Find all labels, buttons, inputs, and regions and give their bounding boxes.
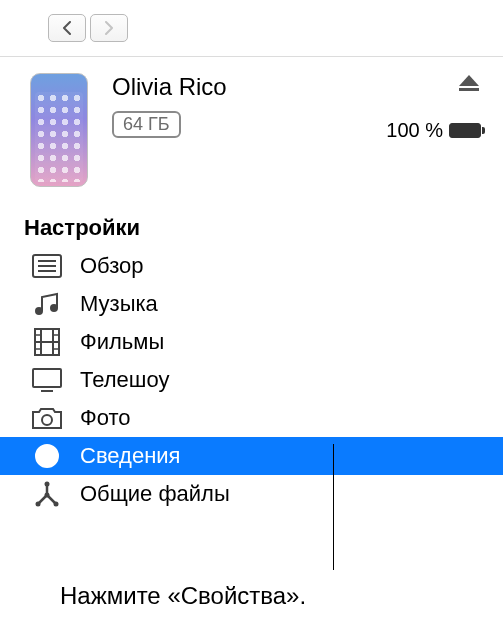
sidebar-item-label: Фото [80,405,131,431]
sidebar-item-music[interactable]: Музыка [0,285,503,323]
info-icon [30,442,64,470]
svg-point-17 [42,415,52,425]
sidebar-item-photos[interactable]: Фото [0,399,503,437]
sidebar-item-label: Фильмы [80,329,164,355]
callout-text: Нажмите «Свойства». [60,582,306,610]
list-icon [30,252,64,280]
device-name: Olivia Rico [112,73,386,101]
tv-icon [30,366,64,394]
sidebar-item-overview[interactable]: Обзор [0,247,503,285]
device-thumbnail [30,73,88,187]
sidebar-item-filesharing[interactable]: Общие файлы [0,475,503,513]
sidebar-item-movies[interactable]: Фильмы [0,323,503,361]
sidebar-item-label: Телешоу [80,367,169,393]
apps-icon [30,480,64,508]
eject-button[interactable] [457,73,481,97]
battery-status: 100 % [386,119,481,142]
svg-point-5 [35,307,43,315]
svg-point-22 [36,502,41,507]
sidebar-item-label: Общие файлы [80,481,230,507]
music-icon [30,290,64,318]
svg-point-19 [45,449,48,452]
sidebar-item-label: Обзор [80,253,144,279]
film-icon [30,328,64,356]
svg-rect-0 [459,88,479,91]
sidebar-item-info[interactable]: Сведения [0,437,503,475]
device-info: Olivia Rico 64 ГБ [88,73,386,138]
settings-sidebar: Обзор Музыка Фильмы Телешоу Фото Сведени… [0,247,503,513]
device-header: Olivia Rico 64 ГБ 100 % [0,57,503,195]
sidebar-item-tvshows[interactable]: Телешоу [0,361,503,399]
camera-icon [30,404,64,432]
svg-rect-15 [33,369,61,387]
battery-percent: 100 % [386,119,443,142]
sidebar-item-label: Музыка [80,291,158,317]
battery-icon [449,123,481,138]
settings-heading: Настройки [0,195,503,247]
svg-point-23 [54,502,59,507]
svg-point-21 [45,482,50,487]
callout-leader-line [333,444,334,570]
navigation-toolbar [0,0,503,57]
storage-badge: 64 ГБ [112,111,181,138]
svg-point-24 [45,493,50,498]
sidebar-item-label: Сведения [80,443,181,469]
forward-button[interactable] [90,14,128,42]
svg-point-6 [50,304,58,312]
back-button[interactable] [48,14,86,42]
